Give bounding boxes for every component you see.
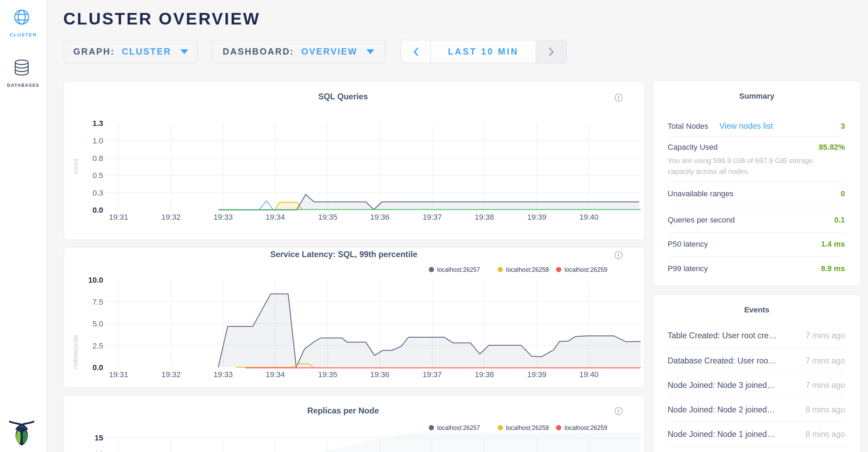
svg-text:19:36: 19:36: [370, 213, 389, 221]
svg-text:count: count: [72, 158, 79, 174]
svg-text:7.5: 7.5: [92, 298, 103, 306]
svg-text:milliseconds: milliseconds: [72, 335, 79, 369]
svg-text:19:34: 19:34: [265, 213, 285, 221]
svg-text:19:32: 19:32: [161, 370, 180, 379]
svg-text:0.5: 0.5: [92, 171, 103, 180]
svg-text:10: 10: [95, 450, 103, 452]
svg-text:19:35: 19:35: [318, 213, 337, 221]
svg-text:0.0: 0.0: [92, 363, 103, 372]
svg-text:!: !: [618, 95, 619, 101]
svg-text:19:33: 19:33: [213, 213, 233, 221]
svg-text:19:31: 19:31: [109, 213, 128, 221]
svg-text:19:31: 19:31: [109, 370, 128, 379]
svg-text:19:40: 19:40: [579, 370, 598, 379]
svg-text:19:39: 19:39: [527, 213, 546, 221]
svg-text:19:40: 19:40: [579, 213, 598, 221]
svg-text:19:37: 19:37: [422, 370, 442, 379]
svg-text:0.3: 0.3: [92, 189, 103, 197]
svg-text:15: 15: [95, 433, 103, 442]
svg-text:10.0: 10.0: [88, 276, 103, 284]
svg-text:19:38: 19:38: [475, 370, 494, 379]
svg-text:19:33: 19:33: [213, 370, 233, 379]
svg-text:1.3: 1.3: [92, 119, 103, 128]
svg-text:!: !: [618, 409, 619, 415]
svg-text:19:38: 19:38: [475, 213, 494, 221]
svg-text:5.0: 5.0: [92, 319, 103, 328]
svg-text:19:37: 19:37: [422, 213, 442, 221]
svg-text:19:32: 19:32: [161, 213, 180, 221]
svg-text:!: !: [618, 253, 619, 259]
svg-text:19:34: 19:34: [265, 370, 285, 379]
svg-text:19:39: 19:39: [527, 370, 546, 379]
svg-text:1.0: 1.0: [92, 136, 103, 145]
svg-text:0.0: 0.0: [92, 206, 103, 214]
svg-text:19:35: 19:35: [318, 370, 337, 379]
svg-text:0.8: 0.8: [92, 154, 103, 163]
svg-text:19:36: 19:36: [370, 370, 389, 379]
svg-text:2.5: 2.5: [92, 341, 103, 350]
